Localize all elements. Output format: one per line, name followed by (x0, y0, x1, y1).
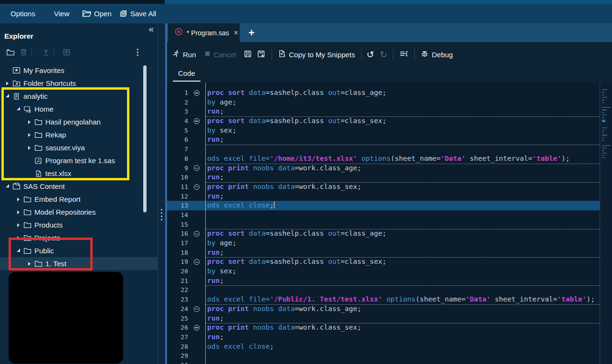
tab-code-indicator (173, 81, 200, 82)
line-number: 5 (167, 126, 188, 135)
code-line-15[interactable]: 15 (167, 220, 600, 229)
code-line-9[interactable]: 9proc print noobs data=work.class_age; (167, 164, 600, 173)
line-number: 24 (167, 304, 188, 314)
tab-close-icon[interactable]: × (234, 29, 238, 37)
save-button[interactable] (243, 50, 252, 60)
format-code-icon (399, 50, 409, 59)
code-editor[interactable]: 1proc sort data=sashelp.class out=class_… (167, 83, 612, 364)
fold-collapse-icon[interactable] (194, 165, 200, 171)
tree-item-products[interactable]: Products (0, 218, 158, 231)
tab-code[interactable]: Code (178, 69, 195, 77)
redaction-box (9, 272, 123, 364)
code-line-28[interactable]: 28ods excel close; (167, 342, 600, 352)
menu-open[interactable]: Open (82, 4, 112, 23)
minimap[interactable] (600, 83, 612, 364)
debug-label: Debug (432, 51, 453, 59)
code-line-12[interactable]: 12run; (167, 192, 600, 201)
code-line-18[interactable]: 18run; (167, 248, 600, 258)
line-number: 29 (167, 351, 188, 361)
fold-collapse-icon[interactable] (194, 259, 200, 265)
new-item-icon[interactable] (5, 47, 15, 57)
more-options-icon[interactable]: ⋮ (133, 45, 142, 59)
cancel-button[interactable]: Cancel (204, 50, 236, 59)
caret-collapsed-icon[interactable] (4, 80, 11, 87)
save-as-icon (257, 50, 265, 60)
undo-icon: ↺ (367, 50, 374, 59)
code-line-13[interactable]: 13ods excel close; (167, 201, 600, 210)
code-line-24[interactable]: 24proc print noobs data=work.class_age; (167, 304, 600, 314)
tree-item-label: Folder Shortcuts (23, 79, 76, 87)
save-icon (243, 50, 252, 60)
code-line-10[interactable]: 10run; (167, 173, 600, 182)
copy-to-snippets-button[interactable]: Copy to My Snippets (278, 50, 355, 59)
splitter-grip-icon[interactable] (161, 209, 162, 220)
fold-collapse-icon[interactable] (194, 184, 200, 190)
upload-icon[interactable] (41, 47, 51, 57)
code-line-27[interactable]: 27run; (167, 333, 600, 342)
code-line-8[interactable]: 8ods excel file='/home/it3/test.xlsx' op… (167, 154, 600, 164)
fold-collapse-icon[interactable] (194, 90, 200, 96)
save-as-button[interactable] (257, 50, 265, 60)
caret-expanded-icon[interactable] (4, 183, 11, 190)
code-line-17[interactable]: 17by age; (167, 239, 600, 248)
caret-collapsed-icon[interactable] (15, 208, 22, 216)
tree-item-my-favorites[interactable]: My Favorites (0, 64, 158, 77)
fold-collapse-icon[interactable] (194, 306, 200, 312)
explorer-toolbar: ⋮ (0, 45, 158, 59)
menubar: Options View Open Save All (0, 4, 612, 23)
undo-button[interactable]: ↺ (367, 50, 374, 59)
fold-collapse-icon[interactable] (194, 325, 200, 331)
run-icon (172, 50, 180, 59)
new-tab-button[interactable]: + (243, 23, 260, 42)
code-line-14[interactable]: 14 (167, 210, 600, 220)
fold-collapse-icon[interactable] (194, 118, 200, 124)
code-line-26[interactable]: 26proc print noobs data=work.class_sex; (167, 323, 600, 333)
tree-item-embed-report[interactable]: Embed Report (0, 193, 158, 206)
code-line-29[interactable]: 29 (167, 351, 600, 361)
code-line-6[interactable]: 6run; (167, 135, 600, 145)
code-line-19[interactable]: 19proc sort data=sashelp.class out=class… (167, 257, 600, 267)
delete-icon[interactable] (18, 47, 29, 57)
text-cursor (274, 201, 275, 208)
menu-save-all[interactable]: Save All (119, 4, 156, 23)
tree-item-model-repositories[interactable]: Model Repositories (0, 206, 158, 218)
code-line-23[interactable]: 23ods excel file='/Public/1. Test/test.x… (167, 295, 600, 304)
sidebar-scrollbar[interactable] (143, 65, 147, 212)
tree-item-label: SAS Content (23, 182, 65, 190)
fold-collapse-icon[interactable] (194, 231, 200, 237)
tab-program-sas[interactable]: * Program.sas × (168, 23, 240, 42)
code-line-3[interactable]: 3run; (167, 107, 600, 116)
gutter-divider (205, 83, 206, 364)
code-line-21[interactable]: 21run; (167, 276, 600, 286)
view-tab-row: Code (167, 67, 612, 83)
code-line-30[interactable]: 30 (167, 361, 600, 364)
code-line-11[interactable]: 11proc print noobs data=work.class_sex; (167, 182, 600, 192)
code-line-22[interactable]: 22 (167, 285, 600, 295)
format-code-button[interactable] (399, 50, 409, 59)
caret-collapsed-icon[interactable] (15, 221, 22, 229)
caret-collapsed-icon[interactable] (15, 196, 22, 203)
collapse-sidebar-icon[interactable]: « (148, 24, 153, 34)
line-number: 3 (167, 107, 188, 116)
code-line-25[interactable]: 25run; (167, 314, 600, 323)
save-all-icon (119, 10, 127, 18)
code-line-7[interactable]: 7 (167, 145, 600, 154)
code-line-2[interactable]: 2by age; (167, 98, 600, 107)
panel-splitter[interactable] (158, 23, 165, 364)
run-button[interactable]: Run (172, 50, 196, 59)
code-line-16[interactable]: 16proc sort data=sashelp.class out=class… (167, 229, 600, 239)
tree-item-label: My Favorites (23, 66, 64, 74)
debug-button[interactable]: Debug (421, 50, 453, 59)
code-line-20[interactable]: 20by sex; (167, 267, 600, 276)
tree-item-sas-content[interactable]: SAS Content (0, 180, 158, 193)
properties-icon[interactable] (61, 47, 72, 57)
menu-view[interactable]: View (54, 4, 69, 23)
code-line-5[interactable]: 5by sex; (167, 126, 600, 135)
menu-open-label: Open (94, 10, 112, 18)
menu-options[interactable]: Options (11, 4, 35, 23)
code-line-4[interactable]: 4proc sort data=sashelp.class out=class_… (167, 116, 600, 126)
line-number: 9 (167, 164, 188, 173)
code-line-1[interactable]: 1proc sort data=sashelp.class out=class_… (167, 88, 600, 98)
caret-spacer (4, 67, 11, 74)
redo-button[interactable]: ↻ (380, 50, 388, 59)
